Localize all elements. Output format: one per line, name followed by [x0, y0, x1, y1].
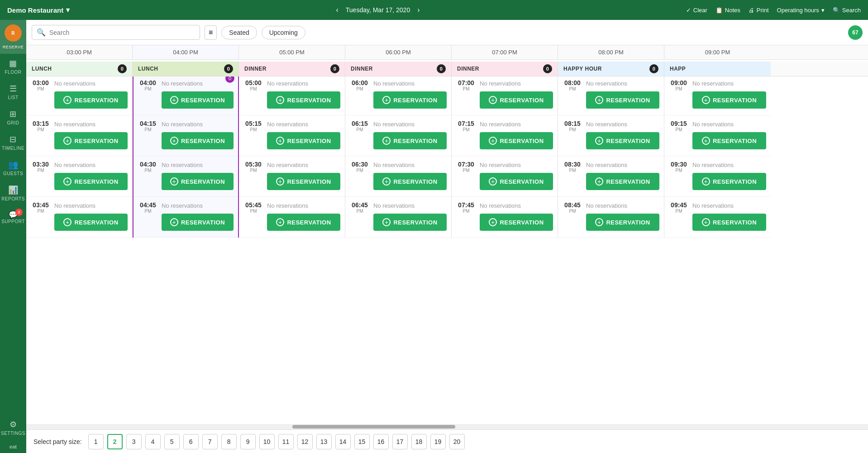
time-0945: 09:45PM: [669, 200, 689, 214]
filter-button[interactable]: ≡: [205, 25, 217, 40]
party-size-19[interactable]: 19: [430, 434, 446, 449]
party-size-18[interactable]: 18: [411, 434, 427, 449]
service-badge-0: 0: [118, 64, 127, 73]
add-reservation-0345[interactable]: +RESERVATION: [54, 214, 128, 231]
schedule-container[interactable]: 03:00 PM 04:00 PM 05:00 PM 06:00 PM 07:0…: [26, 45, 868, 424]
plus-icon: +: [702, 96, 710, 104]
scrollbar-thumb[interactable]: [292, 425, 455, 429]
service-1: LUNCH 0: [133, 62, 239, 76]
add-reservation-0400[interactable]: +RESERVATION: [162, 91, 234, 109]
operating-hours-label: Operating hours: [777, 7, 819, 14]
add-reservation-0830[interactable]: +RESERVATION: [586, 173, 659, 190]
slot-0400: 04:00PM No reservations +RESERVATION: [134, 75, 238, 115]
sidebar-item-reserve[interactable]: R RESERVE: [0, 20, 26, 54]
add-reservation-0845[interactable]: +RESERVATION: [586, 214, 659, 231]
add-reservation-0645[interactable]: +RESERVATION: [373, 214, 447, 231]
slot-0945: 09:45PM No reservations +RESERVATION: [664, 197, 771, 238]
add-reservation-0930[interactable]: +RESERVATION: [692, 173, 766, 190]
print-button[interactable]: 🖨 Print: [749, 7, 769, 14]
add-reservation-0900[interactable]: +RESERVATION: [692, 91, 766, 109]
party-size-5[interactable]: 5: [164, 434, 180, 449]
add-reservation-0515[interactable]: +RESERVATION: [267, 132, 340, 149]
sidebar-item-settings[interactable]: ⚙ SETTINGS: [0, 415, 26, 440]
add-reservation-0445[interactable]: +RESERVATION: [162, 214, 234, 231]
add-reservation-0800[interactable]: +RESERVATION: [586, 91, 659, 109]
service-4: DINNER 0: [452, 62, 558, 76]
add-reservation-0500[interactable]: +RESERVATION: [267, 91, 340, 109]
slot-content-0400: No reservations +RESERVATION: [162, 78, 234, 109]
tab-upcoming[interactable]: Upcoming: [262, 26, 305, 39]
search-box[interactable]: 🔍: [32, 25, 200, 40]
operating-hours-button[interactable]: Operating hours ▾: [777, 7, 825, 14]
add-reservation-0545[interactable]: +RESERVATION: [267, 214, 340, 231]
add-reservation-0715[interactable]: +RESERVATION: [480, 132, 553, 149]
add-reservation-0615[interactable]: +RESERVATION: [373, 132, 447, 149]
add-reservation-0945[interactable]: +RESERVATION: [692, 214, 766, 231]
party-size-11[interactable]: 11: [278, 434, 294, 449]
slot-content-0615: No reservations +RESERVATION: [373, 119, 447, 149]
sidebar-item-guests[interactable]: 👥 GUESTS: [0, 155, 26, 181]
party-size-6[interactable]: 6: [183, 434, 199, 449]
party-size-20[interactable]: 20: [449, 434, 465, 449]
party-size-10[interactable]: 10: [259, 434, 275, 449]
restaurant-name: Demo Restaurant: [7, 6, 63, 14]
party-size-3[interactable]: 3: [126, 434, 142, 449]
party-size-8[interactable]: 8: [221, 434, 237, 449]
slot-0830: 08:30PM No reservations +RESERVATION: [558, 156, 664, 197]
party-size-4[interactable]: 4: [145, 434, 161, 449]
add-reservation-0915[interactable]: +RESERVATION: [692, 132, 766, 149]
add-reservation-0415[interactable]: +RESERVATION: [162, 132, 234, 149]
add-reservation-0700[interactable]: +RESERVATION: [480, 91, 553, 109]
add-reservation-0630[interactable]: +RESERVATION: [373, 173, 447, 190]
time-0545: 05:45PM: [243, 200, 263, 214]
add-reservation-0530[interactable]: +RESERVATION: [267, 173, 340, 190]
party-size-14[interactable]: 14: [335, 434, 351, 449]
slot-content-0745: No reservations +RESERVATION: [480, 200, 553, 231]
party-size-15[interactable]: 15: [354, 434, 370, 449]
party-size-17[interactable]: 17: [392, 434, 408, 449]
party-size-7[interactable]: 7: [202, 434, 218, 449]
time-0745: 07:45PM: [456, 200, 476, 214]
sidebar-item-reports[interactable]: 📊 REPORTS: [0, 181, 26, 206]
add-reservation-0300[interactable]: +RESERVATION: [54, 91, 128, 109]
next-date-button[interactable]: ›: [415, 4, 421, 16]
party-size-12[interactable]: 12: [297, 434, 313, 449]
party-size-9[interactable]: 9: [240, 434, 256, 449]
sidebar-item-grid[interactable]: ⊞ GRID: [0, 105, 26, 130]
add-reservation-0600[interactable]: +RESERVATION: [373, 91, 447, 109]
time-0845: 08:45PM: [563, 200, 582, 214]
no-res-0330: No reservations: [54, 160, 128, 170]
slot-0300: 03:00PM No reservations +RESERVATION: [26, 75, 132, 115]
sidebar-item-list[interactable]: ☰ LIST: [0, 79, 26, 105]
sidebar-item-support-wrap[interactable]: 💬 SUPPORT 0: [0, 206, 26, 229]
horizontal-scrollbar[interactable]: [26, 424, 868, 429]
plus-icon: +: [276, 218, 284, 226]
tab-seated[interactable]: Seated: [221, 26, 257, 39]
add-reservation-0430[interactable]: +RESERVATION: [162, 173, 234, 190]
slot-0545: 05:45PM No reservations +RESERVATION: [239, 197, 345, 238]
clear-button[interactable]: ✓ Clear: [686, 7, 707, 14]
party-size-1[interactable]: 1: [88, 434, 104, 449]
service-label-3: DINNER: [351, 66, 373, 72]
search-input[interactable]: [49, 29, 195, 36]
col-09pm: 09:00PM No reservations +RESERVATION 09:…: [664, 75, 771, 238]
party-size-2[interactable]: 2: [107, 434, 123, 449]
service-2: DINNER 0: [239, 62, 345, 76]
add-reservation-0330[interactable]: +RESERVATION: [54, 173, 128, 190]
prev-date-button[interactable]: ‹: [334, 4, 340, 16]
party-size-16[interactable]: 16: [373, 434, 389, 449]
no-res-0615: No reservations: [373, 119, 447, 129]
search-button[interactable]: 🔍 Search: [833, 7, 861, 14]
time-0400: 04:00PM: [138, 78, 158, 91]
add-reservation-0730[interactable]: +RESERVATION: [480, 173, 553, 190]
restaurant-selector[interactable]: Demo Restaurant ▾: [7, 6, 70, 14]
add-reservation-0745[interactable]: +RESERVATION: [480, 214, 553, 231]
sidebar-item-floor[interactable]: ▦ FLOOR: [0, 54, 26, 79]
add-reservation-0315[interactable]: +RESERVATION: [54, 132, 128, 149]
add-reservation-0815[interactable]: +RESERVATION: [586, 132, 659, 149]
party-size-label: Select party size:: [33, 438, 82, 445]
party-size-13[interactable]: 13: [316, 434, 332, 449]
time-header-1: 04:00 PM: [133, 45, 239, 59]
notes-button[interactable]: 📋 Notes: [715, 7, 740, 14]
sidebar-item-timeline[interactable]: ⊟ TIMELINE: [0, 130, 26, 155]
